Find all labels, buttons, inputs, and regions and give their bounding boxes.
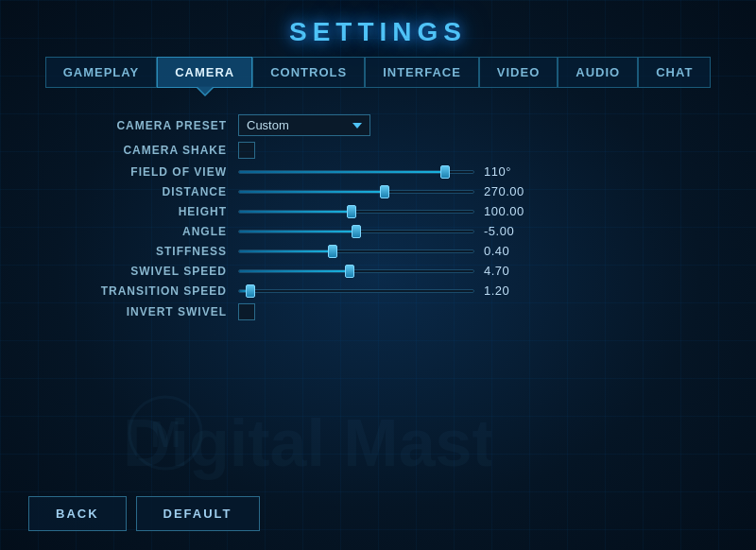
field-of-view-fill	[239, 171, 445, 173]
camera-preset-dropdown[interactable]: Custom	[238, 114, 370, 136]
setting-transition-speed: TRANSITION SPEED 1.20	[57, 284, 699, 298]
label-camera-shake: CAMERA SHAKE	[57, 144, 227, 157]
logo-watermark: M	[128, 395, 203, 474]
swivel-speed-value: 4.70	[484, 264, 536, 278]
page-title: SETTINGS	[0, 0, 756, 57]
label-field-of-view: FIELD OF VIEW	[57, 165, 227, 179]
setting-camera-shake: CAMERA SHAKE	[57, 142, 699, 159]
label-swivel-speed: SWIVEL SPEED	[57, 265, 227, 278]
label-stiffness: STIFFNESS	[57, 245, 227, 258]
tab-camera[interactable]: CAMERA	[157, 57, 252, 88]
tab-chat[interactable]: CHAT	[638, 57, 711, 88]
tab-video[interactable]: VIDEO	[479, 57, 558, 88]
label-angle: ANGLE	[57, 225, 227, 238]
setting-swivel-speed: SWIVEL SPEED 4.70	[57, 264, 699, 278]
dropdown-arrow-icon	[352, 123, 362, 129]
height-value: 100.00	[484, 204, 536, 218]
invert-swivel-checkbox[interactable]	[238, 303, 255, 320]
default-button[interactable]: DEFAULT	[136, 496, 260, 531]
stiffness-slider[interactable]	[238, 249, 474, 253]
setting-angle: ANGLE -5.00	[57, 224, 699, 238]
transition-speed-slider[interactable]	[238, 289, 474, 293]
stiffness-slider-container: 0.40	[238, 244, 699, 258]
stiffness-fill	[239, 250, 333, 252]
transition-speed-thumb[interactable]	[246, 284, 255, 298]
tabs-container: GAMEPLAY CAMERA CONTROLS INTERFACE VIDEO…	[0, 57, 756, 88]
angle-value: -5.00	[484, 224, 536, 238]
distance-slider-container: 270.00	[238, 184, 699, 198]
distance-value: 270.00	[484, 184, 536, 198]
settings-panel: CAMERA PRESET Custom CAMERA SHAKE FIELD …	[57, 105, 699, 335]
field-of-view-thumb[interactable]	[440, 165, 450, 179]
angle-thumb[interactable]	[352, 225, 361, 238]
svg-text:Digital Masta: Digital Masta	[123, 406, 491, 480]
tab-interface[interactable]: INTERFACE	[365, 57, 479, 88]
setting-stiffness: STIFFNESS 0.40	[57, 244, 699, 258]
stiffness-thumb[interactable]	[328, 245, 337, 258]
label-transition-speed: TRANSITION SPEED	[57, 284, 227, 298]
label-height: HEIGHT	[57, 205, 227, 218]
camera-preset-value: Custom	[247, 118, 345, 132]
watermark: Digital Masta	[113, 381, 491, 498]
height-slider[interactable]	[238, 210, 474, 214]
distance-thumb[interactable]	[380, 185, 389, 198]
height-slider-container: 100.00	[238, 204, 699, 218]
field-of-view-slider[interactable]	[238, 170, 474, 174]
field-of-view-value: 110°	[484, 164, 536, 179]
label-invert-swivel: INVERT SWIVEL	[57, 305, 227, 318]
setting-field-of-view: FIELD OF VIEW 110°	[57, 164, 699, 179]
back-button[interactable]: BACK	[28, 496, 127, 531]
transition-speed-slider-container: 1.20	[238, 284, 699, 298]
angle-slider-container: -5.00	[238, 224, 699, 238]
camera-shake-checkbox[interactable]	[238, 142, 255, 159]
distance-slider[interactable]	[238, 190, 474, 194]
svg-text:M: M	[150, 415, 180, 455]
swivel-speed-thumb[interactable]	[345, 265, 354, 278]
field-of-view-slider-container: 110°	[238, 164, 699, 179]
setting-distance: DISTANCE 270.00	[57, 184, 699, 198]
tab-gameplay[interactable]: GAMEPLAY	[45, 57, 157, 88]
svg-point-1	[129, 397, 201, 469]
tab-audio[interactable]: AUDIO	[558, 57, 638, 88]
distance-fill	[239, 191, 385, 193]
height-thumb[interactable]	[347, 205, 356, 218]
angle-fill	[239, 231, 356, 232]
bottom-buttons: BACK DEFAULT	[28, 496, 260, 531]
angle-slider[interactable]	[238, 230, 474, 233]
swivel-speed-fill	[239, 270, 350, 272]
height-fill	[239, 211, 352, 213]
setting-height: HEIGHT 100.00	[57, 204, 699, 218]
setting-invert-swivel: INVERT SWIVEL	[57, 303, 699, 320]
setting-camera-preset: CAMERA PRESET Custom	[57, 114, 699, 136]
transition-speed-value: 1.20	[484, 284, 536, 298]
label-camera-preset: CAMERA PRESET	[57, 119, 227, 132]
stiffness-value: 0.40	[484, 244, 536, 258]
swivel-speed-slider-container: 4.70	[238, 264, 699, 278]
label-distance: DISTANCE	[57, 185, 227, 198]
tab-controls[interactable]: CONTROLS	[252, 57, 365, 88]
swivel-speed-slider[interactable]	[238, 269, 474, 273]
